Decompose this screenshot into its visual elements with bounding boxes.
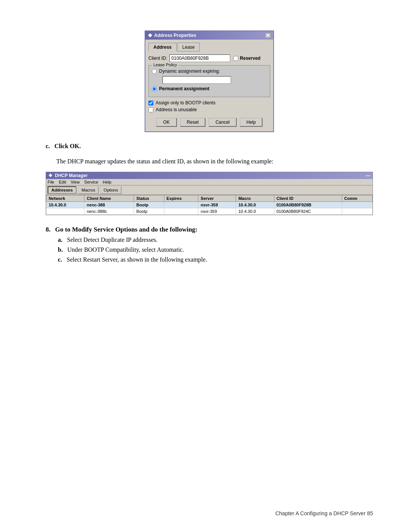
col-status: Status xyxy=(134,195,164,202)
dhcp-manager: ❖ DHCP Manager — File Edit View Service … xyxy=(46,172,373,215)
ok-button[interactable]: OK xyxy=(156,118,177,127)
menu-file[interactable]: File xyxy=(48,180,54,184)
close-button[interactable]: ✕ xyxy=(265,33,271,38)
step8-number: 8. xyxy=(46,226,51,233)
dialog-title: Address Properties xyxy=(154,33,196,38)
toolbar-macros[interactable]: Macros xyxy=(78,186,99,194)
step8-section: 8. Go to Modify Service Options and do t… xyxy=(46,226,373,263)
col-client-name: Client Name xyxy=(84,195,134,202)
dhcp-minimize-icon[interactable]: — xyxy=(366,173,370,178)
step8-text: Go to Modify Service Options and do the … xyxy=(55,226,198,233)
cell-client-id: 0100A0B80F924C xyxy=(274,208,342,215)
dhcp-manager-container: ❖ DHCP Manager — File Edit View Service … xyxy=(46,172,373,215)
permanent-radio-row: Permanent assignment xyxy=(152,86,267,91)
cell-client-name: nenc-388 xyxy=(84,202,134,208)
instruction-c-label: c. xyxy=(46,143,50,149)
col-expires: Expires xyxy=(164,195,198,202)
step8-header: 8. Go to Modify Service Options and do t… xyxy=(46,226,373,233)
dialog-buttons: OK Reset Cancel Help xyxy=(148,116,270,128)
toolbar-options[interactable]: Options xyxy=(100,186,121,194)
reserved-label: Reserved xyxy=(240,56,260,61)
dialog-title-icon: ❖ xyxy=(148,32,153,38)
cell-expires xyxy=(164,202,198,208)
cell-status: Bootp xyxy=(134,202,164,208)
help-button[interactable]: Help xyxy=(240,118,263,127)
table-row: nenc-388b Bootp nsvr-359 10.4.30.0 0100A… xyxy=(46,208,373,215)
instruction-c-text: Click OK. xyxy=(54,143,81,149)
paragraph-text: The DHCP manager updates the status and … xyxy=(56,157,373,166)
unusable-row: Address is unusable xyxy=(148,107,270,112)
cell-expires xyxy=(164,208,198,215)
dynamic-label: Dynamic assignment expiring: xyxy=(159,69,220,74)
col-macro: Macro xyxy=(236,195,274,202)
expiry-input[interactable] xyxy=(162,76,231,84)
toolbar-addresses[interactable]: Addresses xyxy=(48,186,76,194)
menu-edit[interactable]: Edit xyxy=(59,180,66,184)
unusable-checkbox[interactable] xyxy=(148,107,153,112)
substep-c-label: c. xyxy=(58,256,62,263)
cell-network: 10.4.30.0 xyxy=(46,202,84,208)
cell-client-name: nenc-388b xyxy=(84,208,134,215)
substep-c: c. Select Restart Server, as shown in th… xyxy=(58,256,373,263)
cell-server: nsvr-359 xyxy=(198,208,236,215)
col-network: Network xyxy=(46,195,84,202)
col-comm: Comm xyxy=(342,195,372,202)
dhcp-menubar: File Edit View Service Help xyxy=(46,179,373,185)
substep-b-label: b. xyxy=(58,246,63,253)
substep-b: b. Under BOOTP Compatibility, select Aut… xyxy=(58,246,373,253)
assign-bootp-row: Assign only to BOOTP clients xyxy=(148,100,270,105)
cancel-button[interactable]: Cancel xyxy=(209,118,236,127)
tab-lease[interactable]: Lease xyxy=(177,43,200,51)
reserved-checkbox-row: Reserved xyxy=(233,56,260,61)
cell-network xyxy=(46,208,84,215)
reset-button[interactable]: Reset xyxy=(180,118,206,127)
lease-policy-legend: Lease Policy xyxy=(152,62,178,67)
dhcp-title: DHCP Manager xyxy=(55,173,88,178)
reserved-checkbox[interactable] xyxy=(233,56,238,61)
dialog-body: Address Lease Client ID: Reserved Lease … xyxy=(145,40,273,131)
unusable-label: Address is unusable xyxy=(156,107,197,112)
substep-a-label: a. xyxy=(58,236,62,243)
assign-bootp-label: Assign only to BOOTP clients xyxy=(156,100,215,105)
dhcp-titlebar: ❖ DHCP Manager — xyxy=(46,172,373,179)
substep-b-text: Under BOOTP Compatibility, select Automa… xyxy=(67,246,184,253)
page-footer: Chapter A Configuring a DHCP Server 85 xyxy=(275,510,373,517)
cell-status: Bootp xyxy=(134,208,164,215)
col-client-id: Client ID xyxy=(274,195,342,202)
permanent-radio[interactable] xyxy=(152,86,157,91)
permanent-label: Permanent assignment xyxy=(159,86,209,91)
dynamic-radio-row: Dynamic assignment expiring: xyxy=(152,69,267,74)
menu-help[interactable]: Help xyxy=(103,180,112,184)
table-row: 10.4.30.0 nenc-388 Bootp nsvr-359 10.4.3… xyxy=(46,202,373,208)
cell-client-id: 0100A0B80F928B xyxy=(274,202,342,208)
cell-macro: 10.4.30.0 xyxy=(236,202,274,208)
menu-service[interactable]: Service xyxy=(84,180,98,184)
substep-a-text: Select Detect Duplicate IP addresses. xyxy=(67,236,158,243)
cell-server: nsvr-359 xyxy=(198,202,236,208)
instruction-c: c. Click OK. xyxy=(46,143,373,150)
client-id-row: Client ID: Reserved xyxy=(148,54,270,62)
dhcp-table: Network Client Name Status Expires Serve… xyxy=(46,195,373,215)
dynamic-radio[interactable] xyxy=(152,69,157,74)
dhcp-title-icon: ❖ xyxy=(48,173,53,178)
address-properties-dialog-container: ❖ Address Properties ✕ Address Lease Cli… xyxy=(46,30,373,132)
client-id-input[interactable] xyxy=(169,54,230,62)
cell-comm xyxy=(342,208,372,215)
table-header-row: Network Client Name Status Expires Serve… xyxy=(46,195,373,202)
address-properties-dialog: ❖ Address Properties ✕ Address Lease Cli… xyxy=(145,30,274,132)
menu-view[interactable]: View xyxy=(71,180,80,184)
tab-address[interactable]: Address xyxy=(148,43,177,51)
dhcp-toolbar: Addresses Macros Options xyxy=(46,185,373,195)
dialog-titlebar: ❖ Address Properties ✕ xyxy=(145,31,273,40)
assign-bootp-checkbox[interactable] xyxy=(148,101,153,105)
cell-macro: 10.4.30.0 xyxy=(236,208,274,215)
cell-comm xyxy=(342,202,372,208)
substep-c-text: Select Restart Server, as shown in the f… xyxy=(67,256,207,263)
footer-text: Chapter A Configuring a DHCP Server 85 xyxy=(275,510,373,516)
tab-row: Address Lease xyxy=(148,43,270,51)
client-id-label: Client ID: xyxy=(148,56,167,61)
lease-policy-box: Lease Policy Dynamic assignment expiring… xyxy=(148,65,270,97)
col-server: Server xyxy=(198,195,236,202)
substep-a: a. Select Detect Duplicate IP addresses. xyxy=(58,236,373,243)
